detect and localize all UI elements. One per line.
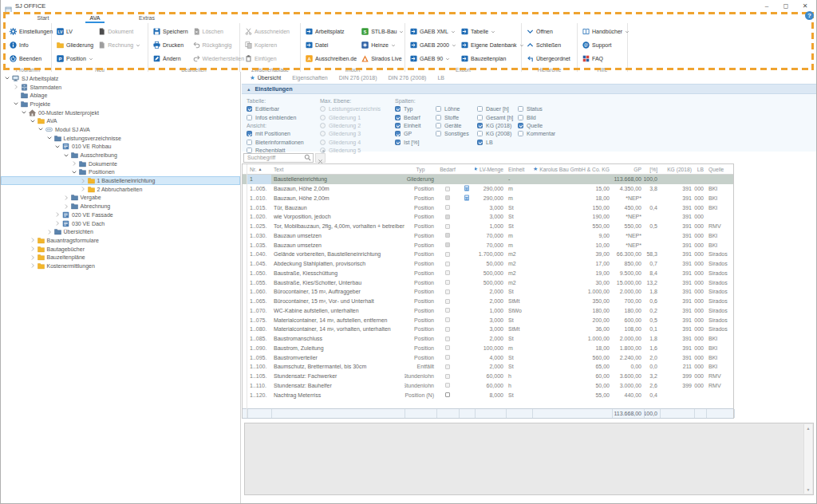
tree-item-vergabe[interactable]: Vergabe	[1, 194, 240, 203]
chevron-collapsed-icon[interactable]	[63, 195, 69, 201]
ribbon-button-löschen[interactable]: Löschen	[188, 25, 245, 38]
chevron-collapsed-icon[interactable]	[30, 262, 36, 269]
table-row[interactable]: 1..025.Tor, Mobilbauzaun, 2flg, 4,00m, v…	[243, 222, 733, 231]
ribbon-button-support[interactable]: @Support	[578, 38, 630, 52]
ribbon-button-sirados-live[interactable]: Sirados Live	[357, 52, 404, 65]
option-quelle[interactable]: Quelle	[518, 121, 555, 129]
chevron-expanded-icon[interactable]	[63, 152, 69, 159]
table-row[interactable]: 1..120.Nachtrag MeterrissPosition (N)8,0…	[243, 390, 733, 400]
ribbon-button-gaeb-2000[interactable]: GAEB 2000	[405, 38, 456, 52]
checkbox-unchecked[interactable]	[477, 106, 483, 112]
ribbon-button-drucken[interactable]: Drucken	[148, 38, 188, 52]
checkbox-checked[interactable]	[477, 140, 483, 145]
checkbox-unchecked[interactable]	[518, 131, 523, 136]
detail-scrollbar[interactable]: ▲ ▼	[803, 424, 812, 494]
ribbon-button-stlb-bau[interactable]: SSTLB-Bau	[357, 25, 404, 38]
ribbon-button-position[interactable]: PPosition	[52, 52, 93, 65]
checkbox-unchecked[interactable]	[247, 115, 252, 120]
table-row[interactable]: 1..050.Baustraße, KiesschüttungPosition5…	[243, 269, 733, 278]
ribbon-tab-extras[interactable]: Extras	[123, 12, 171, 23]
ribbon-button-ändern[interactable]: Ändern	[148, 52, 188, 65]
tree-item-abrechnung[interactable]: Abrechnung	[1, 202, 240, 211]
table-row[interactable]: 1..080.Materialcontainer, 14 m², vorhalt…	[243, 325, 733, 334]
option-einheit[interactable]: Einheit	[395, 121, 420, 129]
checkbox-checked[interactable]	[395, 115, 401, 120]
table-row[interactable]: 1..010.Bauzaun, Höhe 2,00mPosition290,00…	[243, 194, 733, 203]
tree-item-020-ve-fassade[interactable]: 020 VE Fassade	[1, 211, 240, 219]
chevron-expanded-icon[interactable]	[4, 75, 10, 81]
column-header-icon[interactable]	[459, 164, 475, 174]
tab-din-276-2008[interactable]: DIN 276 (2008)	[383, 75, 432, 81]
option-kommentar[interactable]: Kommentar	[518, 130, 555, 138]
table-row[interactable]: 1..085.BaustromanschlussPosition2,000St1…	[243, 334, 733, 344]
table-row[interactable]: 1..090.Baustrom, ZuleitungPosition100,00…	[243, 344, 733, 353]
column-header-pct[interactable]: [%]	[644, 164, 660, 174]
option-gp[interactable]: GP	[395, 130, 420, 138]
ribbon-button-bauzeitenplan[interactable]: Bauzeitenplan	[456, 52, 524, 65]
tree-item-modul-sj-ava[interactable]: Modul SJ AVA	[1, 125, 240, 134]
column-header-einheit[interactable]: Einheit	[506, 164, 532, 174]
option-gesamt-h[interactable]: Gesamt [h]	[477, 113, 513, 121]
minimize-button[interactable]: –	[757, 0, 776, 11]
tab-din-276-2018[interactable]: DIN 276 (2018)	[334, 75, 383, 81]
ribbon-tab-start[interactable]: Start	[19, 12, 67, 23]
tree-item-030-ve-dach[interactable]: 030 VE Dach	[1, 219, 240, 228]
tree-item-kostenermittlungen[interactable]: Kostenermittlungen	[1, 262, 240, 270]
checkbox-unchecked[interactable]	[518, 115, 523, 120]
option-sonstiges[interactable]: Sonstiges	[436, 130, 469, 138]
tree-item-stammdaten[interactable]: Stammdaten	[1, 83, 240, 92]
bedarf-checkbox[interactable]	[445, 392, 450, 397]
ribbon-button-eigene-datenbank[interactable]: Eigene Datenbank	[456, 38, 524, 52]
table-row[interactable]: 1..065.Bürocontainer, 15 m², Vor- und Un…	[243, 297, 733, 306]
option-gliederung-5[interactable]: Gliederung 5	[320, 147, 381, 155]
tree-item-ava[interactable]: AVA	[1, 116, 240, 125]
table-row[interactable]: 1..005.Bauzaun, Höhe 2,00mPosition290,00…	[243, 184, 733, 194]
option-gliederung-3[interactable]: Gliederung 3	[320, 130, 381, 138]
tree-item-bauzeitenpläne[interactable]: Bauzeitenpläne	[1, 253, 240, 262]
tree-item-bautagebücher[interactable]: Bautagebücher	[1, 245, 240, 254]
ribbon-button-arbeitsplatz[interactable]: Arbeitsplatz	[301, 25, 357, 38]
chevron-expanded-icon[interactable]	[21, 109, 27, 116]
checkbox-checked[interactable]	[247, 106, 252, 112]
ribbon-button-einstellungen[interactable]: Einstellungen	[5, 25, 53, 38]
column-header-bedarf[interactable]: Bedarf	[436, 164, 459, 174]
ribbon-button-einfügen[interactable]: Einfügen	[240, 52, 290, 65]
column-header-ep[interactable]: ★Karolus Bau GmbH & Co. KG	[532, 164, 612, 174]
ribbon-button-heinze[interactable]: Heinze	[357, 38, 404, 52]
tree-item-übersichten[interactable]: Übersichten	[1, 227, 240, 236]
ribbon-button-dokument[interactable]: Dokument	[93, 25, 140, 38]
chevron-collapsed-icon[interactable]	[30, 237, 36, 243]
ribbon-button-speichern[interactable]: Speichern	[148, 25, 188, 38]
ribbon-button-gliederung[interactable]: Gliederung	[52, 38, 93, 52]
checkbox-unchecked[interactable]	[477, 131, 483, 136]
option-kg-2008[interactable]: KG (2008)	[477, 130, 513, 138]
close-button[interactable]: ✕	[795, 0, 815, 11]
checkbox-unchecked[interactable]	[247, 140, 252, 145]
checkbox-checked[interactable]	[395, 123, 401, 128]
checkbox-checked[interactable]	[395, 140, 401, 145]
chevron-expanded-icon[interactable]	[37, 126, 44, 132]
ribbon-button-tabelle[interactable]: Tabelle	[456, 25, 524, 38]
option-rechenblatt[interactable]: Rechenblatt	[247, 147, 304, 155]
tab-lb[interactable]: LB	[432, 75, 450, 81]
tree-item-positionen[interactable]: Positionen	[1, 168, 240, 177]
chevron-expanded-icon[interactable]	[30, 118, 36, 124]
ribbon-button-ausschneiden[interactable]: Ausschneiden	[240, 25, 290, 38]
tree-item-ablage[interactable]: Ablage	[1, 91, 240, 100]
column-header-kg[interactable]: KG (2018)	[660, 164, 694, 174]
checkbox-unchecked[interactable]	[436, 123, 441, 128]
option-löhne[interactable]: Löhne	[436, 104, 469, 112]
ribbon-button-lv[interactable]: LVLV	[52, 25, 93, 38]
table-row[interactable]: 1..075.Materialcontainer, 14 m², aufstel…	[243, 315, 733, 325]
option-typ[interactable]: Typ	[395, 104, 420, 112]
ribbon-button-kopieren[interactable]: Kopieren	[240, 38, 290, 52]
ribbon-button-handbücher[interactable]: Handbücher	[578, 25, 630, 38]
table-row[interactable]: 1..110.Stundensatz: BauhelferStundenlohn…	[243, 381, 733, 391]
checkbox-checked[interactable]	[247, 131, 252, 136]
scroll-up-icon[interactable]: ▲	[807, 426, 811, 431]
ribbon-tab-ava[interactable]: AVA	[67, 12, 123, 23]
ribbon-button-beenden[interactable]: Beenden	[5, 52, 53, 65]
ribbon-button-rückgängig[interactable]: Rückgängig	[188, 38, 245, 52]
chevron-collapsed-icon[interactable]	[13, 84, 19, 90]
tree-item-bauantragsformulare[interactable]: Bauantragsformulare	[1, 236, 240, 245]
